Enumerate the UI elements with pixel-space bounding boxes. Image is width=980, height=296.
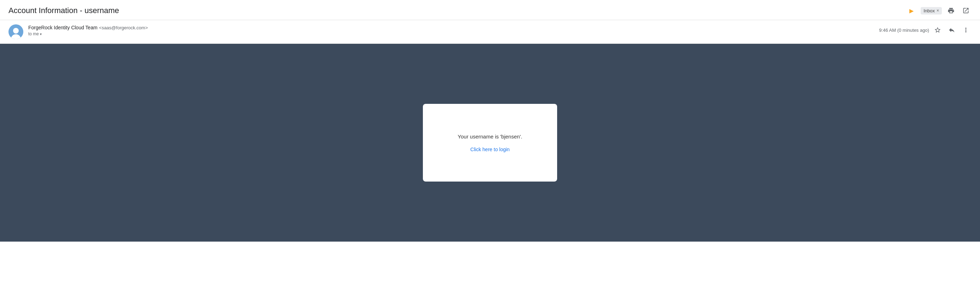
star-button[interactable] (932, 24, 943, 36)
inbox-badge[interactable]: Inbox × (921, 7, 942, 14)
email-header: Account Information - username ▶ Inbox × (0, 0, 980, 20)
more-vert-icon (963, 27, 969, 33)
more-options-button[interactable] (960, 24, 972, 36)
popout-button[interactable] (960, 5, 972, 16)
print-button[interactable] (945, 5, 957, 16)
inbox-label: Inbox (923, 8, 935, 13)
label-arrow-icon: ▶ (909, 7, 913, 14)
reply-icon (948, 27, 955, 33)
to-me-label: to me (28, 32, 39, 37)
email-timestamp: 9:46 AM (0 minutes ago) (879, 27, 929, 33)
sender-name: ForgeRock Identity Cloud Team (28, 25, 97, 30)
login-link[interactable]: Click here to login (470, 146, 509, 152)
sender-row: ForgeRock Identity Cloud Team <saas@forg… (0, 20, 980, 44)
chevron-down-icon: ▾ (40, 32, 42, 36)
print-icon (948, 7, 955, 14)
email-body: Your username is 'bjensen'. Click here t… (0, 44, 980, 242)
username-text: Your username is 'bjensen'. (458, 134, 522, 140)
header-action-buttons (945, 5, 972, 16)
sender-email: <saas@forgerock.com> (99, 25, 148, 30)
to-me-dropdown[interactable]: to me ▾ (28, 32, 874, 37)
reply-button[interactable] (946, 24, 958, 36)
star-icon (934, 27, 941, 33)
inbox-close-icon[interactable]: × (937, 8, 939, 13)
email-subject: Account Information - username (8, 6, 906, 15)
sender-name-line: ForgeRock Identity Cloud Team <saas@forg… (28, 24, 874, 31)
sender-avatar (8, 24, 23, 39)
sender-info: ForgeRock Identity Cloud Team <saas@forg… (28, 24, 874, 37)
email-content-card: Your username is 'bjensen'. Click here t… (423, 104, 557, 181)
popout-icon (963, 7, 969, 14)
sender-time-actions: 9:46 AM (0 minutes ago) (879, 24, 972, 36)
